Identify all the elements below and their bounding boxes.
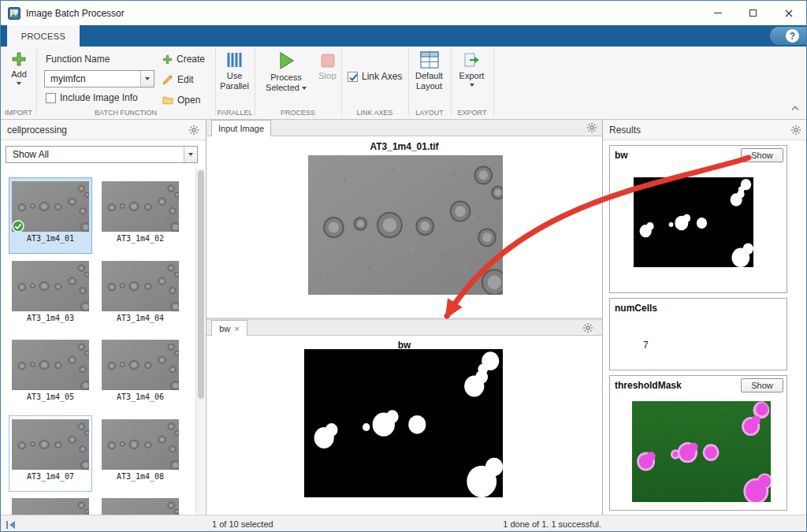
toolstrip-tab-bar: PROCESS ? <box>1 25 806 47</box>
help-icon: ? <box>790 31 795 42</box>
status-selection-text: 1 of 10 selected <box>212 519 273 529</box>
process-selected-button[interactable]: Process Selected <box>258 51 314 93</box>
settings-gear-icon[interactable] <box>586 122 597 133</box>
results-header: Results <box>603 120 807 140</box>
thumbnail-label: AT3_1m4_02 <box>99 234 181 243</box>
create-button[interactable]: Create <box>162 54 205 65</box>
result-thumbnail-thresholdmask <box>632 401 771 502</box>
thumbnail-grid: AT3_1m4_01 AT3_1m4_02 AT3_1m4_03 AT3_1m4… <box>1 168 206 515</box>
tab-bw[interactable]: bw × <box>211 320 247 336</box>
minimize-icon <box>714 13 722 13</box>
toolstrip: Add IMPORT Function Name myimfcn Include… <box>1 47 806 120</box>
section-label-parallel: PARALLEL <box>215 108 255 118</box>
collapse-panel-icon[interactable] <box>6 520 17 530</box>
checkbox-unchecked-icon <box>46 93 56 103</box>
minimize-button[interactable] <box>700 1 735 25</box>
close-icon <box>785 9 793 17</box>
section-divider <box>493 48 494 116</box>
thumbnail-item-6[interactable]: AT3_1m4_06 <box>99 336 182 412</box>
parallel-bars-icon <box>226 51 244 69</box>
section-divider <box>341 48 342 116</box>
tab-input-image[interactable]: Input Image <box>211 120 271 136</box>
open-button[interactable]: Open <box>162 95 200 106</box>
thumbnail-item-4[interactable]: AT3_1m4_04 <box>99 257 182 333</box>
add-label: Add <box>11 69 27 80</box>
thumbnail-image <box>12 419 89 470</box>
add-caret-icon <box>17 82 21 85</box>
thumbnail-label: AT3_1m4_01 <box>9 234 91 243</box>
layout-grid-icon <box>420 51 439 69</box>
thumbnail-label: AT3_1m4_06 <box>99 392 181 401</box>
input-image-viewer: AT3_1m4_01.tif <box>206 136 602 318</box>
edit-button[interactable]: Edit <box>162 74 194 85</box>
export-icon <box>463 51 481 69</box>
process-selected-label: Process Selected <box>258 73 314 93</box>
maximize-icon <box>749 9 757 17</box>
bw-viewer: bw <box>206 336 602 515</box>
section-label-link-axes: LINK AXES <box>341 108 408 118</box>
help-button[interactable]: ? <box>786 29 799 43</box>
use-parallel-button[interactable]: Use Parallel <box>216 51 253 91</box>
thumbnail-item-1[interactable]: AT3_1m4_01 <box>9 177 92 254</box>
tab-close-icon[interactable]: × <box>234 324 239 333</box>
settings-gear-icon[interactable] <box>582 322 593 333</box>
maximize-button[interactable] <box>735 1 771 25</box>
use-parallel-label: Use Parallel <box>216 71 253 91</box>
thumbnail-label: AT3_1m4_05 <box>9 392 91 401</box>
include-image-info-checkbox[interactable]: Include Image Info <box>46 92 138 103</box>
filter-value: Show All <box>13 149 49 160</box>
thumbnail-item-3[interactable]: AT3_1m4_03 <box>9 257 92 333</box>
stop-label: Stop <box>318 71 337 81</box>
collapse-ribbon-icon[interactable] <box>790 105 800 111</box>
section-label-export: EXPORT <box>451 108 493 118</box>
link-axes-checkbox[interactable]: Link Axes <box>348 71 402 82</box>
thumbnail-item-7[interactable]: AT3_1m4_07 <box>9 415 92 492</box>
input-image-title: AT3_1m4_01.tif <box>206 141 602 152</box>
section-divider <box>255 48 255 116</box>
function-name-label: Function Name <box>46 54 110 65</box>
add-button[interactable]: Add <box>4 51 34 85</box>
thumbnail-scrollbar[interactable] <box>195 169 205 514</box>
filter-dropdown[interactable]: Show All <box>6 146 198 163</box>
open-label: Open <box>177 95 200 106</box>
function-name-dropdown-button[interactable] <box>140 71 154 87</box>
export-caret-icon <box>470 84 474 87</box>
bw-image-canvas <box>304 349 503 497</box>
section-label-import: IMPORT <box>1 108 36 118</box>
default-layout-button[interactable]: Default Layout <box>408 51 450 91</box>
close-button[interactable] <box>771 1 806 25</box>
show-button-bw[interactable]: Show <box>741 148 783 162</box>
title-bar: Image Batch Processor <box>1 1 806 25</box>
create-label: Create <box>177 54 205 65</box>
thumbnail-item-partial[interactable] <box>99 494 182 515</box>
function-name-combobox[interactable]: myimfcn <box>44 70 154 87</box>
image-browser-header: cellprocessing <box>1 120 206 140</box>
tab-process[interactable]: PROCESS <box>7 25 80 47</box>
settings-gear-icon[interactable] <box>188 125 199 136</box>
result-name: thresholdMask <box>615 380 682 391</box>
thumbnail-item-partial[interactable] <box>9 494 92 515</box>
thumbnail-item-8[interactable]: AT3_1m4_08 <box>99 415 182 492</box>
section-label-layout: LAYOUT <box>408 108 451 118</box>
play-icon <box>277 51 295 70</box>
image-browser-panel: cellprocessing Show All AT3_1m4_01 AT3_1… <box>1 120 206 515</box>
thumbnail-item-2[interactable]: AT3_1m4_02 <box>99 177 182 254</box>
export-button[interactable]: Export <box>451 51 493 87</box>
input-image-tab-bar: Input Image <box>206 120 602 136</box>
settings-gear-icon[interactable] <box>790 125 801 136</box>
show-button-thresholdmask[interactable]: Show <box>741 378 783 392</box>
thumbnail-label: AT3_1m4_03 <box>9 314 91 322</box>
filter-dropdown-button[interactable] <box>184 147 197 162</box>
thumbnail-item-5[interactable]: AT3_1m4_05 <box>9 336 92 412</box>
link-axes-label: Link Axes <box>362 71 402 82</box>
folder-icon <box>162 95 173 105</box>
image-browser-title: cellprocessing <box>7 125 67 136</box>
thumbnail-image <box>12 498 89 515</box>
scrollbar-thumb[interactable] <box>198 170 204 399</box>
process-caret-icon <box>302 87 307 90</box>
section-label-batch-function: BATCH FUNCTION <box>36 108 215 118</box>
result-card-thresholdmask: thresholdMask Show <box>609 375 787 511</box>
thumbnail-image <box>102 181 179 232</box>
window-title: Image Batch Processor <box>26 8 125 19</box>
section-divider <box>36 48 37 116</box>
